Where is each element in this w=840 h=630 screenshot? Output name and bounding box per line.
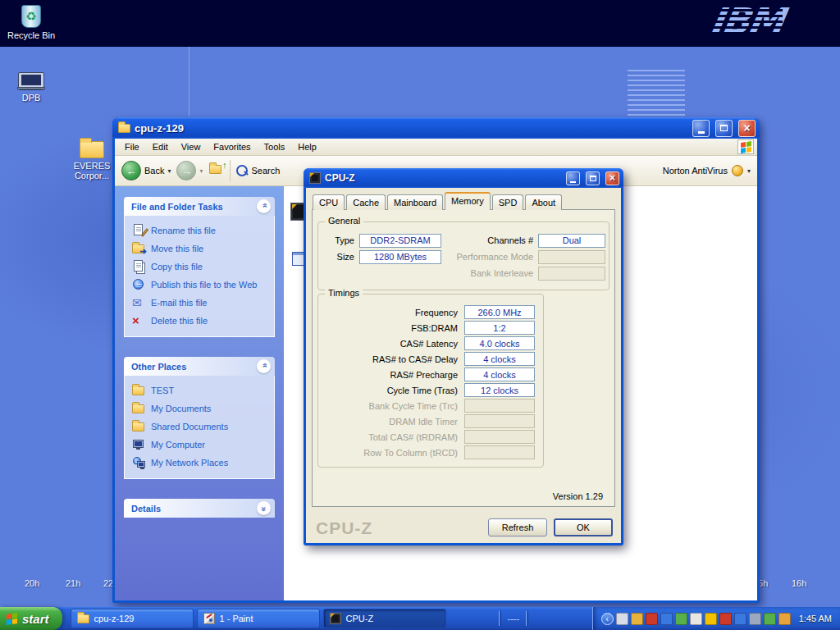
task-publish-file[interactable]: Publish this file to the Web: [132, 276, 271, 294]
documents-folder-icon: [132, 402, 145, 415]
task-rename-file[interactable]: Rename this file: [132, 221, 271, 240]
back-button[interactable]: ← Back ▾: [121, 161, 171, 180]
desktop-icon-recycle-bin[interactable]: ♻ Recycle Bin: [7, 5, 56, 40]
norton-antivirus-control[interactable]: Norton AntiVirus ▾: [663, 165, 751, 176]
minimize-button[interactable]: [566, 171, 580, 185]
collapse-chevron-icon[interactable]: »: [257, 359, 271, 373]
channels-value[interactable]: Dual: [538, 234, 605, 248]
maximize-button[interactable]: [715, 120, 733, 137]
tab-cache[interactable]: Cache: [346, 194, 386, 210]
taskbar-clock[interactable]: 1:45 AM: [799, 614, 832, 623]
taskbar-item-cpuz[interactable]: CPU-Z: [323, 609, 446, 628]
explorer-titlebar[interactable]: cpu-z-129 ×: [112, 117, 760, 139]
panel-title: File and Folder Tasks: [131, 202, 223, 212]
type-label: Type: [323, 235, 359, 245]
window-title: cpu-z-129: [135, 122, 687, 135]
menu-help[interactable]: Help: [291, 139, 323, 154]
expand-chevron-icon[interactable]: »: [257, 501, 271, 515]
ok-button[interactable]: OK: [554, 518, 613, 536]
other-places-header[interactable]: Other Places »: [124, 357, 275, 376]
bank-interleave-value: [538, 267, 605, 281]
desktop-icon-label: DPB: [7, 93, 56, 103]
timing-value[interactable]: 1:2: [464, 321, 535, 335]
tab-about[interactable]: About: [525, 194, 562, 210]
tab-memory[interactable]: Memory: [445, 192, 491, 210]
minimize-button[interactable]: [692, 120, 710, 137]
cpuz-titlebar[interactable]: CPU-Z ×: [304, 168, 623, 188]
place-my-documents[interactable]: My Documents: [132, 399, 271, 418]
timezone-label: 16h: [792, 578, 806, 588]
windows-flag-icon: [741, 141, 751, 153]
toolbar-grip[interactable]: [526, 611, 528, 626]
norton-icon: [732, 165, 743, 176]
tab-cpu[interactable]: CPU: [313, 194, 345, 210]
tray-icon[interactable]: [734, 613, 746, 625]
close-button[interactable]: ×: [738, 120, 756, 137]
recycle-bin-icon: ♻: [21, 5, 41, 28]
timing-value[interactable]: 4.0 clocks: [464, 336, 535, 350]
shared-folder-icon: [132, 420, 145, 433]
performance-mode-value: [538, 250, 605, 264]
toolbar-grip[interactable]: [499, 611, 501, 626]
place-shared-documents[interactable]: Shared Documents: [132, 418, 271, 436]
tray-chevron-icon[interactable]: ‹: [601, 613, 614, 625]
menu-favorites[interactable]: Favorites: [207, 139, 257, 154]
tray-icon[interactable]: [616, 613, 628, 625]
timing-value[interactable]: 266.0 MHz: [464, 305, 535, 319]
close-button[interactable]: ×: [605, 171, 619, 185]
tray-icon[interactable]: [719, 613, 732, 625]
tray-icon[interactable]: [778, 613, 791, 625]
task-email-file[interactable]: ✉ E-mail this file: [132, 294, 271, 312]
refresh-button[interactable]: Refresh: [488, 518, 547, 536]
delete-icon: ×: [132, 314, 145, 327]
forward-button[interactable]: → ▾: [176, 161, 203, 180]
file-folder-tasks-header[interactable]: File and Folder Tasks »: [124, 197, 275, 216]
timing-value[interactable]: 4 clocks: [464, 352, 535, 366]
tab-spd[interactable]: SPD: [492, 194, 524, 210]
file-folder-tasks-panel: File and Folder Tasks » Rename this file…: [124, 197, 275, 337]
task-label: Delete this file: [151, 316, 208, 326]
menu-file[interactable]: File: [118, 139, 146, 154]
tray-icon[interactable]: [690, 613, 702, 625]
taskbar-item-paint[interactable]: 1 - Paint: [197, 609, 320, 628]
tray-icon[interactable]: [660, 613, 673, 625]
timing-value[interactable]: 12 clocks: [464, 383, 535, 397]
tray-icon[interactable]: [764, 613, 776, 625]
task-delete-file[interactable]: × Delete this file: [132, 312, 271, 330]
up-arrow-icon: ↑: [222, 160, 227, 170]
menu-tools[interactable]: Tools: [258, 139, 292, 154]
task-button-label: 1 - Paint: [220, 614, 253, 623]
chevron-down-icon: ▾: [199, 167, 203, 175]
type-value[interactable]: DDR2-SDRAM: [359, 234, 441, 248]
details-header[interactable]: Details »: [124, 499, 275, 518]
collapsed-toolbar[interactable]: ----: [492, 607, 536, 630]
place-my-network-places[interactable]: My Network Places: [132, 454, 271, 472]
folder-icon: [209, 165, 221, 174]
task-copy-file[interactable]: Copy this file: [132, 258, 271, 276]
collapse-chevron-icon[interactable]: »: [257, 199, 271, 213]
task-move-file[interactable]: ➔ Move this file: [132, 240, 271, 258]
desktop-icon-dpb[interactable]: DPB: [7, 72, 56, 103]
timing-label: Total CAS# (tRDRAM): [318, 432, 464, 442]
copy-icon: [132, 260, 145, 273]
place-test[interactable]: TEST: [132, 381, 271, 399]
up-button[interactable]: ↑: [209, 165, 224, 176]
maximize-button[interactable]: [586, 171, 600, 185]
tab-mainboard[interactable]: Mainboard: [387, 194, 443, 210]
tray-icon[interactable]: [675, 613, 687, 625]
tray-icon[interactable]: [631, 613, 643, 625]
taskbar-item-cpu-z-129[interactable]: cpu-z-129: [71, 609, 194, 628]
size-value[interactable]: 1280 MBytes: [359, 250, 441, 264]
tray-icon[interactable]: [705, 613, 717, 625]
timing-value[interactable]: 4 clocks: [464, 368, 535, 381]
task-label: E-mail this file: [151, 298, 207, 308]
tray-icon[interactable]: [646, 613, 658, 625]
menu-view[interactable]: View: [175, 139, 208, 154]
file-icon[interactable]: [292, 252, 304, 266]
menu-edit[interactable]: Edit: [146, 139, 175, 154]
search-button[interactable]: Search: [236, 165, 281, 177]
start-button[interactable]: start: [0, 607, 62, 630]
desktop-icon-everes[interactable]: EVERES Corpor...: [69, 141, 115, 180]
tray-icon[interactable]: [749, 613, 761, 625]
place-my-computer[interactable]: My Computer: [132, 436, 271, 454]
